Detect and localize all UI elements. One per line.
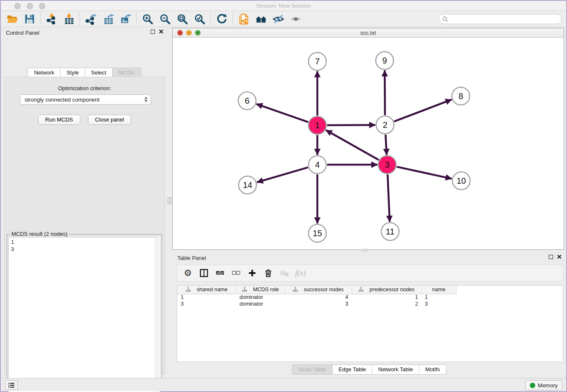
close-panel-icon[interactable]: ✕ [158, 30, 164, 34]
run-mcds-button[interactable]: Run MCDS [38, 115, 80, 125]
cell-name[interactable]: 3 [421, 301, 456, 307]
column-header-MCDS-role[interactable]: MCDS role [236, 286, 285, 294]
optimization-criterion-select[interactable]: strongly connected component [20, 94, 151, 105]
zoom-fit-button[interactable] [173, 12, 191, 26]
close-table-panel-icon[interactable]: ✕ [556, 255, 562, 259]
app-title: Session: New Session [1, 3, 566, 9]
home-button[interactable] [252, 12, 270, 26]
node-10[interactable]: 10 [452, 172, 470, 190]
select-all-checkboxes-icon [215, 268, 225, 278]
cell-filler [456, 301, 563, 307]
export-table-button[interactable] [99, 12, 117, 26]
tab-node-table[interactable]: Node Table [292, 364, 333, 375]
horizontal-splitter-handle[interactable] [362, 249, 368, 251]
export-network-button[interactable] [82, 12, 99, 26]
cell-successor-nodes[interactable]: 3 [285, 301, 352, 307]
node-1[interactable]: 1 [308, 116, 326, 134]
node-7[interactable]: 7 [308, 52, 326, 70]
hide-graphics-button[interactable] [270, 12, 287, 26]
cell-filler [456, 294, 563, 301]
edge-1-6[interactable] [256, 104, 308, 122]
deselect-all-checkboxes-icon [231, 268, 241, 278]
cell-predecessor-nodes[interactable]: 2 [352, 301, 421, 307]
import-table-button[interactable] [60, 12, 77, 26]
add-row-button[interactable] [245, 266, 259, 280]
cell-predecessor-nodes[interactable]: 1 [352, 294, 421, 301]
float-panel-icon[interactable] [151, 30, 155, 34]
edge-2-9[interactable] [385, 70, 385, 115]
save-session-button[interactable] [21, 12, 38, 26]
delete-row-button[interactable] [261, 266, 275, 280]
open-session-button[interactable] [3, 12, 21, 26]
memory-status-icon [530, 383, 535, 388]
show-columns-icon [199, 268, 209, 278]
add-row-icon [248, 268, 257, 278]
delete-table-icon [280, 268, 289, 278]
node-label-10: 10 [457, 176, 466, 185]
node-14[interactable]: 14 [239, 176, 256, 194]
sort-hierarchy-icon [186, 287, 191, 292]
sort-hierarchy-icon [242, 287, 247, 292]
export-image-button[interactable] [117, 12, 134, 26]
node-11[interactable]: 11 [381, 223, 399, 240]
float-table-panel-icon[interactable] [549, 255, 553, 259]
column-header-name[interactable]: name [421, 286, 456, 294]
column-header-shared-name[interactable]: shared name [177, 286, 236, 294]
panel-list-button[interactable] [5, 380, 18, 390]
show-columns-button[interactable] [197, 266, 211, 280]
mcds-result-textarea[interactable]: 1 3 [8, 237, 160, 392]
vertical-splitter-handle[interactable] [168, 197, 172, 204]
node-2[interactable]: 2 [376, 116, 394, 134]
cell-MCDS-role[interactable]: dominator [236, 301, 285, 307]
zoom-selected-button[interactable] [191, 12, 208, 26]
deselect-all-checkboxes-button[interactable] [229, 266, 243, 280]
settings-gear-button[interactable]: ⚙ [181, 266, 195, 280]
tab-network-table[interactable]: Network Table [372, 364, 419, 375]
cell-shared-name[interactable]: 3 [177, 301, 236, 307]
node-8[interactable]: 8 [452, 87, 470, 105]
control-panel-header: Control Panel ✕ [1, 27, 168, 39]
node-9[interactable]: 9 [376, 52, 394, 69]
cell-name[interactable]: 1 [421, 294, 456, 301]
close-panel-button[interactable]: Close panel [88, 115, 132, 125]
network-canvas[interactable]: 7968124314101511 [173, 38, 564, 249]
edge-3-11[interactable] [388, 174, 390, 222]
edge-3-1[interactable] [326, 130, 379, 160]
refresh-button[interactable] [213, 12, 230, 26]
edge-2-8[interactable] [394, 99, 452, 121]
table-row[interactable]: 3dominator323 [177, 301, 563, 307]
table-row[interactable]: 1dominator411 [177, 294, 563, 301]
select-all-checkboxes-button[interactable] [213, 266, 227, 280]
tab-edge-table[interactable]: Edge Table [333, 364, 372, 375]
node-15[interactable]: 15 [308, 224, 326, 242]
function-builder-button: f(x) [293, 266, 308, 280]
mcds-result-scrollbar[interactable] [155, 237, 160, 392]
open-session-icon [6, 13, 18, 25]
column-header-successor-nodes[interactable]: successor nodes [285, 286, 352, 294]
show-graphics-button[interactable] [287, 12, 304, 26]
column-header-predecessor-nodes[interactable]: predecessor nodes [352, 286, 421, 294]
import-network-button[interactable] [43, 12, 60, 26]
edge-4-14[interactable] [257, 167, 308, 182]
zoom-in-button[interactable] [139, 12, 156, 26]
network-file-button[interactable] [235, 12, 252, 26]
network-window-titlebar[interactable]: × − + scc.txt [173, 28, 564, 38]
zoom-out-button[interactable] [156, 12, 173, 26]
edge-2-3[interactable] [385, 135, 387, 155]
node-label-15: 15 [313, 229, 322, 238]
memory-button[interactable]: Memory [525, 380, 562, 390]
node-6[interactable]: 6 [238, 92, 256, 110]
edge-3-10[interactable] [396, 167, 451, 179]
cell-shared-name[interactable]: 1 [177, 294, 236, 301]
delete-table-button [277, 266, 292, 280]
search-input[interactable] [438, 14, 562, 24]
edge-1-2[interactable] [327, 125, 375, 125]
node-4[interactable]: 4 [308, 156, 326, 174]
node-3[interactable]: 3 [378, 156, 396, 174]
settings-gear-icon: ⚙ [184, 268, 192, 278]
cell-successor-nodes[interactable]: 4 [285, 294, 352, 301]
table-toolbar: ⚙f(x) [177, 265, 563, 282]
tab-motifs[interactable]: Motifs [419, 364, 446, 375]
memory-button-label: Memory [538, 382, 558, 389]
cell-MCDS-role[interactable]: dominator [236, 294, 285, 301]
